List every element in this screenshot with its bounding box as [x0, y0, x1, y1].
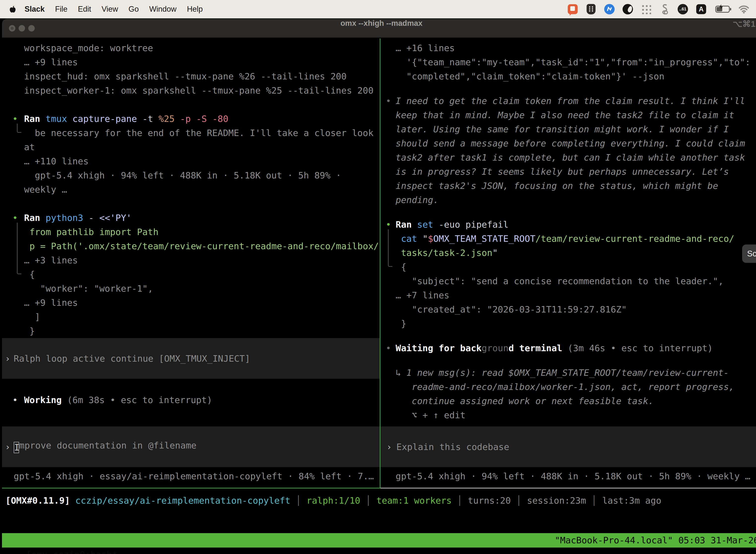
gauge-61-icon[interactable]: ..61 — [677, 3, 689, 15]
terminal-line: "subject": "send a concise recommendatio… — [380, 274, 756, 288]
spacer — [2, 379, 380, 393]
menu-item-window[interactable]: Window — [144, 5, 182, 13]
pane-border-inactive — [380, 488, 756, 489]
terminal-line: ] — [2, 310, 380, 324]
terminal-line: ↳ 1 new msg(s): read $OMX_TEAM_STATE_ROO… — [380, 366, 756, 380]
crescent-app-icon[interactable] — [622, 3, 633, 15]
terminal-line: { — [380, 260, 756, 274]
spacer — [2, 197, 380, 211]
command-block: •Ran python3 - <<'PY' from pathlib impor… — [2, 211, 380, 338]
line-bullet: • — [386, 217, 391, 232]
terminal-line: inspect_worker-1: omx sparkshell --tmux-… — [2, 84, 380, 98]
pane-border-active — [2, 488, 380, 489]
terminal-line: later. Using the same for transition mig… — [380, 122, 756, 136]
terminal-line: } — [2, 324, 380, 338]
window-titlebar[interactable]: omx --xhigh --madmax ⌥⌘1 — [2, 19, 756, 38]
menu-item-file[interactable]: File — [50, 5, 73, 13]
terminal-line: •I need to get the claim token from the … — [380, 94, 756, 108]
menu-app-name[interactable]: Slack — [19, 0, 50, 18]
terminal-content: workspace_mode: worktree… +9 linesinspec… — [2, 39, 756, 488]
terminal-line: task2 after task1 is complete, but can I… — [380, 151, 756, 165]
prompt-input-left[interactable]: ›Improve documentation in @filename — [2, 427, 380, 467]
window-shortcut-badge: ⌥⌘1 — [733, 19, 756, 38]
terminal-line: } — [380, 317, 756, 331]
line-bullet: • — [12, 112, 18, 126]
line-bullet: • — [386, 341, 391, 355]
terminal-line: "created_at": "2026-03-31T11:59:27.816Z" — [380, 302, 756, 317]
tmux-host-clock: "MacBook-Pro-44.local" 05:03 31-Mar-26 — [555, 533, 756, 548]
terminal-line: inspect task2's JSON, focusing on the st… — [380, 179, 756, 193]
menu-item-go[interactable]: Go — [123, 5, 144, 13]
model-status-line: gpt-5.4 xhigh · essay/ai-reimplementatio… — [2, 469, 380, 483]
notice-text: Ralph loop active continue [OMX_TMUX_INJ… — [14, 353, 250, 364]
terminal-line: '{"team_name":"my-team","task_id":"1","f… — [380, 55, 756, 69]
omx-status-line: [OMX#0.11.9] cczip/essay/ai-reimplementa… — [5, 493, 756, 508]
terminal-line: at — [2, 140, 380, 154]
command-block: •Ran set -euo pipefail cat "$OMX_TEAM_ST… — [380, 217, 756, 331]
line-bullet: • — [12, 393, 18, 407]
prompt-chevron-icon: › — [386, 442, 392, 452]
terminal-line: •Ran python3 - <<'PY' — [2, 211, 380, 225]
terminal-line: ⌥ + ↑ edit — [380, 408, 756, 422]
terminal-line: •Working (6m 38s • esc to interrupt) — [2, 393, 380, 407]
pane-bottom-left: ›Improve documentation in @filenamegpt-5… — [2, 427, 380, 488]
prompt-input-right[interactable]: ›Explain this codebase — [380, 427, 756, 467]
terminal-line: readme-and-reco/mailbox/worker-1.json, a… — [380, 380, 756, 394]
tmux-session-label[interactable]: [omx-cczip0:bash* — [23, 550, 117, 554]
terminal-line: "completed","claim_token":"claim-token"}… — [380, 69, 756, 84]
terminal-line: { — [2, 267, 380, 281]
blue-badge-icon[interactable] — [604, 3, 615, 15]
window-title: omx --xhigh --madmax — [2, 19, 756, 38]
terminal-line: "worker": "worker-1", — [2, 281, 380, 296]
dots-grid-icon[interactable] — [640, 3, 652, 15]
terminal-window: omx --xhigh --madmax ⌥⌘1 workspace_mode:… — [2, 19, 756, 554]
terminal-line: … +9 lines — [2, 296, 380, 310]
terminal-line: weekly … — [2, 182, 380, 197]
terminal-line: p = Path('.omx/state/team/review-current… — [2, 239, 380, 253]
menu-item-view[interactable]: View — [96, 5, 123, 13]
terminal-line: workspace_mode: worktree — [2, 41, 380, 55]
wifi-icon[interactable] — [738, 3, 750, 15]
input-placeholder-text: Explain this codebase — [396, 442, 509, 452]
spacer — [380, 355, 756, 366]
terminal-line: continue assigned work or next feasible … — [380, 394, 756, 408]
apple-menu-icon[interactable] — [9, 5, 16, 13]
menu-bar: Slack FileEditViewGoWindowHelp ..61A — [0, 0, 756, 18]
line-bullet: • — [12, 211, 18, 225]
terminal-line: cat "$OMX_TEAM_STATE_ROOT/team/review-cu… — [380, 232, 756, 246]
input-placeholder-text: Improve documentation in @filename — [14, 440, 196, 453]
chat-app-icon[interactable] — [567, 3, 578, 15]
prompt-chevron-icon: › — [5, 353, 10, 364]
menu-item-help[interactable]: Help — [182, 5, 208, 13]
terminal-line: should send a message before completing … — [380, 136, 756, 151]
spacer — [380, 331, 756, 341]
terminal-line: … +3 lines — [2, 253, 380, 267]
squiggle-icon[interactable] — [659, 3, 670, 15]
terminal-line: from pathlib import Path — [2, 225, 380, 239]
model-status-line: gpt-5.4 xhigh · 94% left · 488K in · 5.1… — [380, 469, 756, 483]
terminal-line: pending. — [380, 193, 756, 207]
terminal-line: … +16 lines — [380, 41, 756, 55]
screen-share-overlay: Scre — [742, 244, 756, 263]
input-source-icon[interactable]: A — [695, 3, 707, 15]
input-source-label: A — [696, 4, 706, 14]
terminal-line: •Ran set -euo pipefail — [380, 217, 756, 232]
pane-bottom-right: ›Explain this codebasegpt-5.4 xhigh · 94… — [380, 427, 756, 488]
terminal-line: be necessary for the end of the README. … — [2, 126, 380, 140]
terminal-line: is in progress? It seems likely but perh… — [380, 165, 756, 179]
command-block: •Ran tmux capture-pane -t %25 -p -S -80 … — [2, 112, 380, 197]
terminal-line: tasks/task-2.json" — [380, 246, 756, 260]
gauge-61-label: ..61 — [678, 4, 688, 14]
terminal-line: •Waiting for background terminal (3m 46s… — [380, 341, 756, 355]
battery-icon[interactable] — [714, 3, 731, 15]
spacer — [380, 207, 756, 217]
tmux-pane-left: workspace_mode: worktree… +9 linesinspec… — [2, 39, 380, 488]
prompt-chevron-icon: › — [5, 442, 10, 452]
shield-grid-icon[interactable] — [585, 3, 597, 15]
terminal-line: … +7 lines — [380, 288, 756, 302]
terminal-line: … +9 lines — [2, 55, 380, 69]
menu-item-edit[interactable]: Edit — [73, 5, 96, 13]
terminal-line: gpt-5.4 xhigh · 94% left · 488K in · 5.1… — [2, 168, 380, 182]
terminal-line: inspect_hud: omx sparkshell --tmux-pane … — [2, 69, 380, 84]
terminal-line: keep that in mind. Maybe I also need the… — [380, 108, 756, 122]
